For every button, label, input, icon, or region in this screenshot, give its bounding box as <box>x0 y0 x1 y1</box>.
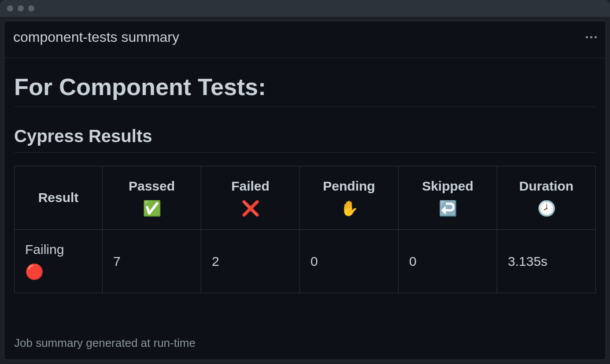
cell-result: Failing 🔴 <box>15 230 103 293</box>
hand-icon: ✋ <box>311 197 388 220</box>
cell-pending: 0 <box>300 230 399 293</box>
results-table: Result Passed ✅ Failed ❌ Pendi <box>14 166 596 293</box>
window-zoom-button[interactable] <box>28 5 34 11</box>
subsection-heading: Cypress Results <box>14 126 596 153</box>
panel-menu-button[interactable] <box>586 36 597 38</box>
header-passed-label: Passed <box>113 176 190 197</box>
window-minimize-button[interactable] <box>18 5 24 11</box>
panel-title: component-tests summary <box>13 29 179 45</box>
header-result: Result <box>15 166 103 230</box>
red-circle-icon: 🔴 <box>25 260 92 283</box>
header-skipped-label: Skipped <box>409 176 486 197</box>
header-duration-label: Duration <box>508 176 585 197</box>
header-skipped: Skipped ↩️ <box>399 166 497 230</box>
panel-frame: component-tests summary For Component Te… <box>0 17 610 364</box>
table-header-row: Result Passed ✅ Failed ❌ Pendi <box>15 166 596 230</box>
cross-icon: ❌ <box>212 197 289 220</box>
cell-passed: 7 <box>103 230 201 293</box>
header-result-label: Result <box>25 188 92 208</box>
header-pending-label: Pending <box>311 176 388 197</box>
header-failed-label: Failed <box>212 176 289 197</box>
panel-body: For Component Tests: Cypress Results Res… <box>4 58 606 360</box>
result-status-text: Failing <box>25 239 92 260</box>
window: component-tests summary For Component Te… <box>0 0 610 364</box>
check-icon: ✅ <box>113 197 190 220</box>
return-icon: ↩️ <box>409 197 486 220</box>
section-heading: For Component Tests: <box>14 73 596 107</box>
footer-note: Job summary generated at run-time <box>14 319 596 350</box>
window-titlebar <box>0 0 610 17</box>
header-pending: Pending ✋ <box>300 166 399 230</box>
cell-failed: 2 <box>201 230 300 293</box>
cell-skipped: 0 <box>399 230 497 293</box>
panel-header: component-tests summary <box>4 21 606 58</box>
clock-icon: 🕗 <box>508 197 585 220</box>
table-row: Failing 🔴 7 2 0 0 3.135s <box>15 230 596 293</box>
header-passed: Passed ✅ <box>103 166 201 230</box>
header-failed: Failed ❌ <box>201 166 300 230</box>
cell-duration: 3.135s <box>497 230 596 293</box>
header-duration: Duration 🕗 <box>497 166 596 230</box>
window-close-button[interactable] <box>7 5 13 11</box>
summary-panel: component-tests summary For Component Te… <box>4 21 606 360</box>
